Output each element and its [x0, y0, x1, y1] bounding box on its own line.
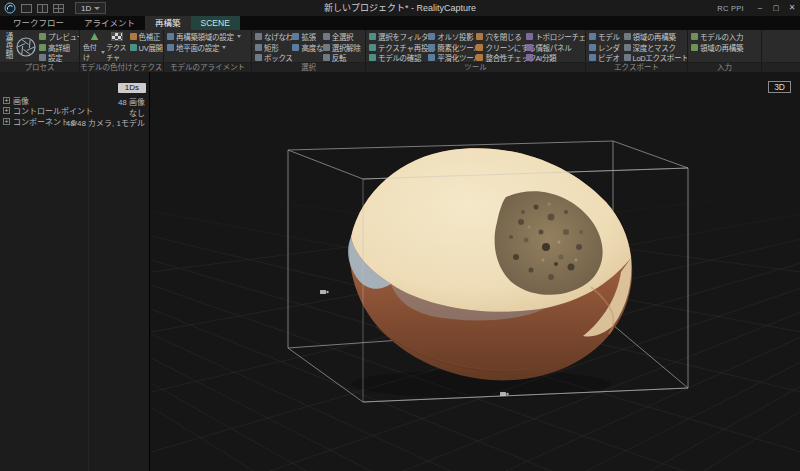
ortho-projection-label: オルソ投影 — [437, 31, 473, 42]
chevron-down-icon — [222, 46, 226, 49]
viewport-mode-badge[interactable]: 3D — [768, 81, 791, 93]
preview-label: プレビュー — [48, 31, 79, 42]
tree-row-component-0[interactable]: コンポーネント 0 48/48 カメラ, 1モデル — [0, 116, 149, 127]
info-panel-icon — [526, 44, 533, 51]
box-select-button[interactable]: ボックス — [255, 53, 289, 62]
close-button[interactable] — [784, 0, 800, 16]
expand-icon[interactable] — [3, 107, 10, 114]
set-ground-plane-button[interactable]: 地平面の設定 — [167, 43, 241, 53]
lasso-select-button[interactable]: なげなわ — [255, 32, 289, 42]
lasso-label: なげなわ — [264, 31, 293, 42]
info-panel-button[interactable]: 情報パネル — [526, 43, 579, 53]
import-model-button[interactable]: モデルの入力 — [691, 32, 743, 42]
viewport-canvas[interactable] — [151, 72, 800, 471]
viewport-3d[interactable]: 3D — [151, 72, 800, 471]
reconstruction-region-icon — [167, 33, 174, 40]
tab-workflow[interactable]: ワークフロー — [3, 16, 74, 30]
export-recon-region-button[interactable]: 領域の再構築 — [624, 32, 681, 42]
advanced-label: 高度な — [301, 42, 323, 53]
group-label-export: エクスポート — [586, 62, 687, 72]
chevron-down-icon — [94, 7, 100, 10]
maximize-button[interactable] — [768, 0, 784, 16]
minimize-button[interactable] — [752, 0, 768, 16]
ai-classify-button[interactable]: AI分類 — [526, 53, 579, 62]
reproject-texture-button[interactable]: テクスチャ再投影 — [369, 43, 425, 53]
layout-grid-icon[interactable] — [53, 4, 64, 13]
close-holes-button[interactable]: 穴を閉じる — [476, 32, 523, 42]
consistency-check-button[interactable]: 整合性チェック — [476, 53, 523, 62]
clean-icon — [476, 44, 483, 51]
ortho-projection-button[interactable]: オルソ投影 — [428, 32, 473, 42]
tree-row-images[interactable]: 画像 48 画像 — [0, 95, 149, 106]
ai-classify-icon — [526, 54, 533, 61]
tab-scene[interactable]: SCENE — [191, 16, 240, 30]
deselect-button[interactable]: 選択解除 — [323, 43, 359, 53]
color-correction-label: 色補正 — [139, 31, 161, 42]
depth-mask-icon — [624, 44, 631, 51]
grow-icon — [292, 33, 299, 40]
group-label-tools: ツール — [366, 62, 585, 72]
export-lod-label: LoDエクスポート — [633, 52, 687, 62]
layout-single-icon[interactable] — [21, 4, 32, 13]
ground-plane-icon — [167, 44, 174, 51]
set-ground-plane-label: 地平面の設定 — [176, 42, 219, 53]
advanced-selection-button[interactable]: 高度な — [292, 43, 319, 53]
tab-reconstruction[interactable]: 再構築 — [145, 16, 191, 30]
simplify-tool-button[interactable]: 簡素化ツール — [428, 43, 473, 53]
export-render-button[interactable]: レンダ — [589, 43, 621, 53]
tree-row-control-points[interactable]: コントロールポイント なし — [0, 106, 149, 117]
export-lod-button[interactable]: LoDエクスポート — [624, 53, 681, 62]
realitycapture-logo-icon — [4, 2, 16, 14]
layout-split-icon[interactable] — [37, 4, 48, 13]
expand-icon[interactable] — [3, 97, 10, 104]
topology-check-button[interactable]: トポロジーチェック — [526, 32, 579, 42]
inspect-model-button[interactable]: モデルの確認 — [369, 53, 425, 62]
layout-selector-button[interactable]: 1D — [75, 2, 106, 14]
export-model-button[interactable]: モデル — [589, 32, 621, 42]
colorize-button[interactable]: 色付け — [83, 32, 105, 62]
color-correction-button[interactable]: 色補正 — [130, 32, 157, 42]
colorize-label: 色付け — [83, 42, 99, 62]
grow-selection-button[interactable]: 拡張 — [292, 32, 319, 42]
export-depth-masks-button[interactable]: 深度とマスク — [624, 43, 681, 53]
set-reconstruction-region-button[interactable]: 再構築領域の設定 — [167, 32, 241, 42]
process-mode-vertical-label[interactable]: 通常詳細 — [3, 32, 13, 62]
rectangle-icon — [255, 44, 262, 51]
uv-unwrap-button[interactable]: UV展開 — [130, 43, 157, 53]
rect-select-button[interactable]: 矩形 — [255, 43, 289, 53]
high-detail-button[interactable]: 高詳細 — [39, 43, 73, 53]
aperture-icon — [15, 36, 37, 58]
smoothing-tool-button[interactable]: 平滑化ツール — [428, 53, 473, 62]
rc-ppi-label[interactable]: RC PPI — [717, 4, 744, 13]
uv-unwrap-icon — [130, 44, 137, 51]
export-video-button[interactable]: ビデオ — [589, 53, 621, 62]
export-render-label: レンダ — [598, 42, 620, 53]
start-reconstruction-button[interactable] — [15, 32, 37, 62]
settings-button[interactable]: 設定 — [39, 53, 73, 62]
clean-model-button[interactable]: クリーンにする — [476, 43, 523, 53]
inspect-model-label: モデルの確認 — [378, 52, 421, 62]
group-label-selection: 選択 — [252, 62, 365, 72]
ribbon-group-model-alignment: 再構築領域の設定 地平面の設定 モデルのアライメント — [164, 30, 252, 72]
filter-selection-button[interactable]: 選択をフィルター — [369, 32, 425, 42]
preview-button[interactable]: プレビュー — [39, 32, 73, 42]
invert-selection-button[interactable]: 反転 — [323, 53, 359, 62]
export-recon-region-label: 領域の再構築 — [633, 31, 676, 42]
topology-icon — [526, 33, 533, 40]
scene-tree-panel: 1Ds 画像 48 画像 コントロールポイント なし コンポーネント 0 48/… — [0, 72, 150, 471]
import-recon-region-button[interactable]: 領域の再構築 — [691, 43, 743, 53]
ribbon-group-coloring: 色付け テクスチャ 色補正 UV展開 モデルの色付けとテクスチャ — [80, 30, 164, 72]
smooth-icon — [428, 54, 435, 61]
control-points-label: コントロールポイント — [13, 105, 93, 116]
grow-label: 拡張 — [301, 31, 315, 42]
camera-marker[interactable] — [320, 290, 329, 294]
tab-alignment[interactable]: アライメント — [74, 16, 145, 30]
info-panel-label: 情報パネル — [535, 42, 571, 53]
select-all-label: 全選択 — [332, 31, 354, 42]
expand-icon[interactable] — [3, 118, 10, 125]
select-all-button[interactable]: 全選択 — [323, 32, 359, 42]
texture-button[interactable]: テクスチャ — [106, 32, 128, 62]
panel-tab-1ds[interactable]: 1Ds — [118, 83, 146, 93]
realitycapture-window: 1D 新しいプロジェクト* - RealityCapture RC PPI ワー… — [0, 0, 800, 471]
high-detail-icon — [39, 44, 46, 51]
